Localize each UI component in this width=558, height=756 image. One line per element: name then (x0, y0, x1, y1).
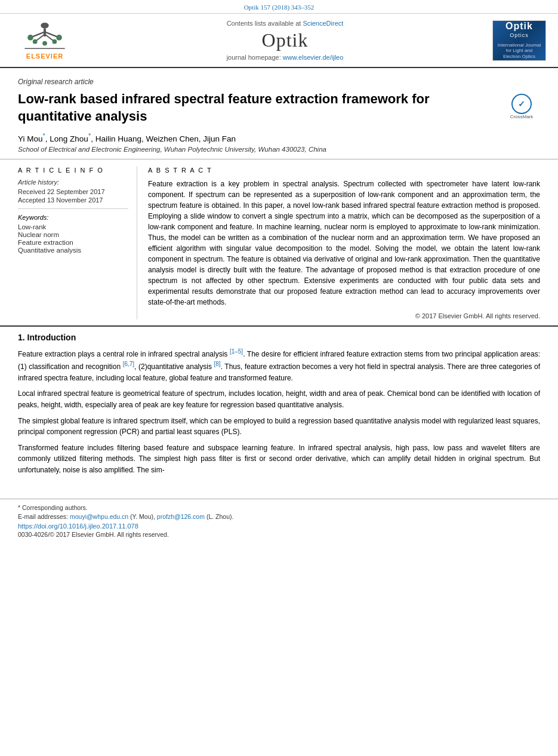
sciencedirect-link[interactable]: ScienceDirect (303, 20, 343, 27)
info-divider (18, 208, 128, 209)
doi-bar: Optik 157 (2018) 343–352 (0, 0, 558, 14)
received-date: Received 22 September 2017 (18, 188, 128, 195)
elsevier-tree-svg (18, 21, 72, 51)
article-info-header: A R T I C L E I N F O (18, 167, 128, 174)
email-footnote: E-mail addresses: mouyi@whpu.edu.cn (Y. … (18, 513, 540, 520)
cite-8: [8] (214, 361, 221, 367)
para4: Transformed feature includes filtering b… (18, 442, 540, 476)
kw-2: Nuclear norm (18, 231, 128, 238)
left-col: A R T I C L E I N F O Article history: R… (18, 167, 137, 319)
right-col: A B S T R A C T Feature extraction is a … (148, 167, 540, 319)
homepage-label: journal homepage: (227, 54, 281, 61)
issn-line: 0030-4026/© 2017 Elsevier GmbH. All righ… (18, 531, 540, 538)
corresponding-text: * Corresponding authors. (18, 504, 88, 511)
para1: Feature extraction plays a central role … (18, 347, 540, 384)
elsevier-logo: ELSEVIER (12, 21, 78, 60)
optik-logo: Optik Optics International Journalfor Li… (492, 20, 546, 61)
elsevier-tree-graphic: ELSEVIER (18, 21, 72, 60)
svg-point-10 (42, 41, 47, 45)
author-yi-mou: Yi Mou (18, 134, 43, 143)
abstract-text: Feature extraction is a key problem in s… (148, 179, 540, 308)
kw-4: Quantitative analysis (18, 247, 128, 254)
svg-point-8 (33, 39, 38, 44)
author-star-2: * (88, 132, 91, 139)
crossmark-badge: ✓ CrossMark (507, 93, 540, 122)
section1-title: 1. Introduction (18, 333, 540, 342)
svg-text:✓: ✓ (518, 99, 525, 109)
page: Optik 157 (2018) 343–352 (0, 0, 558, 756)
kw-3: Feature extraction (18, 239, 128, 246)
email2-name: (L. Zhou). (206, 513, 234, 520)
journal-name: Optik (84, 29, 486, 51)
email2-link[interactable]: profzh@126.com (157, 513, 205, 520)
article-type: Original research article (18, 78, 540, 86)
author-hailin: Hailin Huang, Weizhen Chen, Jijun Fan (95, 134, 236, 143)
svg-point-6 (27, 35, 33, 41)
doi-text: Optik 157 (2018) 343–352 (244, 4, 315, 11)
email1-name: (Y. Mou), (130, 513, 155, 520)
email-label: E-mail addresses: (18, 513, 68, 520)
article-title-row: Low-rank based infrared spectral feature… (18, 91, 540, 125)
svg-point-9 (53, 39, 57, 44)
doi-footer: https://doi.org/10.1016/j.ijleo.2017.11.… (18, 523, 540, 530)
two-col-section: A R T I C L E I N F O Article history: R… (0, 159, 558, 325)
sciencedirect-label: Contents lists available at (227, 20, 301, 27)
keywords-label: Keywords: (18, 214, 128, 221)
svg-text:CrossMark: CrossMark (510, 114, 534, 119)
svg-point-7 (56, 35, 62, 41)
author-long-zhou: Long Zhou (50, 134, 88, 143)
article-title: Low-rank based infrared spectral feature… (18, 91, 465, 125)
corresponding-note: * Corresponding authors. (18, 504, 540, 511)
article-section: Original research article Low-rank based… (0, 68, 558, 159)
cite-1-5: [1–5] (230, 348, 243, 355)
authors: Yi Mou*, Long Zhou*, Hailin Huang, Weizh… (18, 132, 540, 143)
email1-link[interactable]: mouyi@whpu.edu.cn (70, 513, 128, 520)
journal-homepage: journal homepage: www.elsevier.de/ijleo (84, 54, 486, 61)
svg-rect-0 (41, 22, 48, 28)
homepage-url[interactable]: www.elsevier.de/ijleo (283, 54, 344, 61)
footer: * Corresponding authors. E-mail addresse… (0, 499, 558, 542)
sciencedirect-line: Contents lists available at ScienceDirec… (84, 20, 486, 27)
doi-link[interactable]: https://doi.org/10.1016/j.ijleo.2017.11.… (18, 523, 138, 530)
cite-6-7: [6,7] (123, 361, 134, 367)
affiliation: School of Electrical and Electronic Engi… (18, 146, 540, 153)
crossmark-icon: ✓ CrossMark (507, 93, 536, 122)
crossmark-svg: ✓ CrossMark (509, 93, 534, 122)
keywords-section: Keywords: Low-rank Nuclear norm Feature … (18, 214, 128, 254)
author-star-1: * (43, 132, 45, 139)
journal-header: ELSEVIER Contents lists available at Sci… (0, 14, 558, 68)
body-content: 1. Introduction Feature extraction plays… (0, 325, 558, 493)
copyright: © 2017 Elsevier GmbH. All rights reserve… (148, 312, 540, 319)
para2: Local infrared spectral feature is geome… (18, 388, 540, 410)
accepted-date: Accepted 13 November 2017 (18, 196, 128, 204)
history-label: Article history: (18, 179, 128, 186)
elsevier-brand-text: ELSEVIER (26, 53, 63, 60)
abstract-header: A B S T R A C T (148, 167, 540, 174)
para3: The simplest global feature is infrared … (18, 416, 540, 438)
kw-1: Low-rank (18, 223, 128, 231)
journal-center: Contents lists available at ScienceDirec… (84, 20, 486, 61)
